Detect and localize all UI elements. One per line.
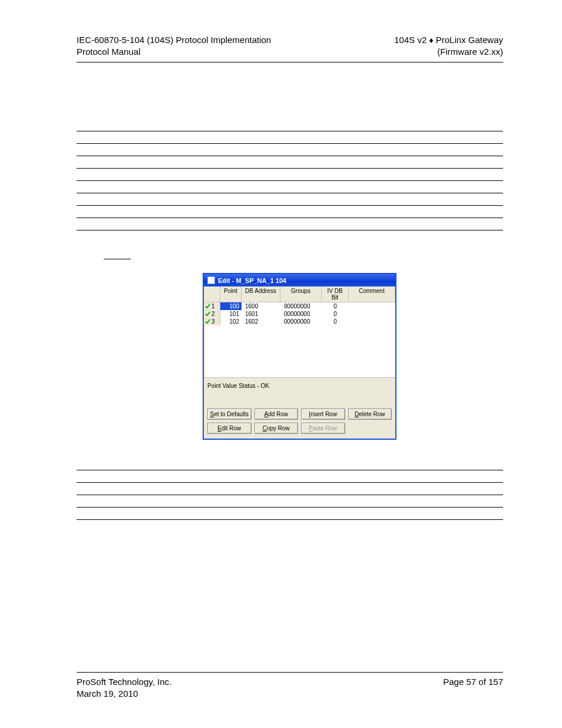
footer-company: ProSoft Technology, Inc.	[77, 676, 171, 688]
table-row[interactable]: 3 102 1602 00000000 0	[204, 318, 395, 325]
set-defaults-button[interactable]: Set to Defaults	[207, 409, 252, 420]
col-iv-db-bit: IV DB Bit	[322, 286, 349, 302]
col-groups: Groups	[280, 286, 322, 302]
check-icon	[205, 311, 210, 317]
header-left-line1: IEC-60870-5-104 (104S) Protocol Implemen…	[77, 34, 271, 46]
upper-ruled-block	[77, 119, 503, 231]
check-icon	[205, 304, 210, 309]
header-left-line2: Protocol Manual	[77, 46, 271, 58]
page-footer: ProSoft Technology, Inc. March 19, 2010 …	[77, 672, 503, 700]
app-icon	[207, 276, 215, 284]
window-title: Edit - M_SP_NA_1 104	[218, 277, 286, 284]
grid-header: Point DB Address Groups IV DB Bit Commen…	[204, 286, 395, 302]
paste-row-button: Paste Row	[301, 423, 345, 434]
delete-row-button[interactable]: Delete Row	[348, 409, 392, 420]
lower-ruled-block	[77, 457, 503, 520]
footer-date: March 19, 2010	[77, 688, 171, 700]
edit-row-button[interactable]: Edit Row	[207, 423, 252, 434]
diamond-icon: ♦	[429, 35, 433, 45]
edit-window: Edit - M_SP_NA_1 104 Point DB Address Gr…	[203, 273, 396, 440]
col-point: Point	[220, 286, 242, 302]
header-right-line1: 104S v2 ♦ ProLinx Gateway	[394, 34, 503, 46]
col-comment: Comment	[349, 286, 395, 302]
header-right-line2: (Firmware v2.xx)	[394, 46, 503, 58]
footer-page-number: Page 57 of 157	[443, 676, 503, 700]
status-text: Point Value Status - OK	[204, 378, 395, 406]
selected-cell[interactable]: 100	[220, 302, 242, 310]
section-title	[104, 252, 503, 261]
button-row: Set to Defaults Add Row Insert Row Delet…	[204, 406, 395, 439]
table-row[interactable]: 2 101 1601 00000000 0	[204, 310, 395, 318]
check-icon	[205, 319, 210, 324]
table-row[interactable]: 1 100 1600 80000000 0	[204, 302, 395, 310]
copy-row-button[interactable]: Copy Row	[254, 423, 299, 434]
add-row-button[interactable]: Add Row	[254, 409, 299, 420]
window-titlebar[interactable]: Edit - M_SP_NA_1 104	[204, 274, 395, 286]
insert-row-button[interactable]: Insert Row	[301, 409, 345, 420]
col-db-address: DB Address	[242, 286, 280, 302]
data-grid[interactable]: Point DB Address Groups IV DB Bit Commen…	[204, 286, 395, 378]
page-header: IEC-60870-5-104 (104S) Protocol Implemen…	[77, 34, 503, 62]
